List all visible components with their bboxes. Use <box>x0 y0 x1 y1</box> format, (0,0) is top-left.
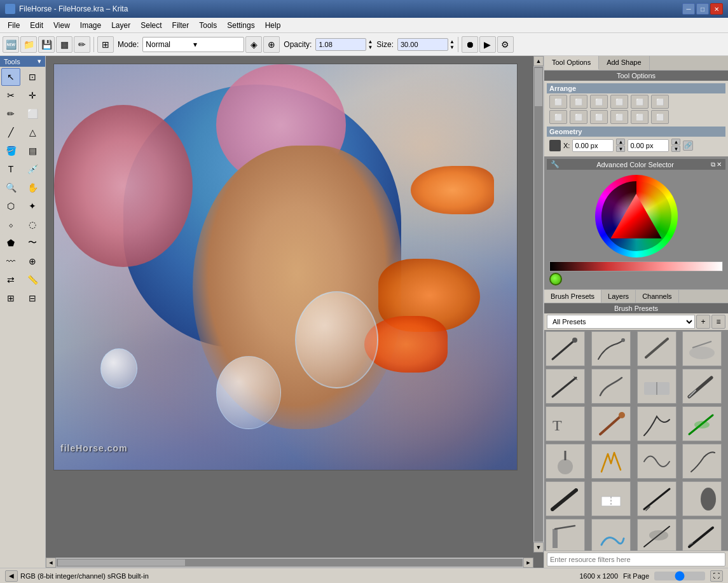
fill-tool[interactable]: 🪣 <box>1 142 20 160</box>
scroll-left-button[interactable]: ◄ <box>46 558 56 568</box>
brush-settings-button[interactable]: ⊕ <box>263 36 280 53</box>
brush-preset-19[interactable] <box>637 481 676 516</box>
tab-tool-options[interactable]: Tool Options <box>544 56 599 70</box>
arrange-extra-1[interactable]: ⬜ <box>631 110 649 124</box>
brush-preset-17[interactable] <box>546 481 585 516</box>
maximize-button[interactable]: □ <box>696 3 709 15</box>
record-button[interactable]: ⏺ <box>462 36 478 53</box>
align-bottom[interactable]: ⬜ <box>651 95 669 109</box>
align-left[interactable]: ⬜ <box>549 95 567 109</box>
menu-layer[interactable]: Layer <box>106 20 135 31</box>
color-triangle[interactable] <box>611 194 662 238</box>
menu-file[interactable]: File <box>3 20 25 31</box>
mirror-tool[interactable]: ⇄ <box>1 271 20 289</box>
size-input[interactable] <box>397 38 448 51</box>
distribute-v[interactable]: ⬜ <box>590 110 608 124</box>
brush-pattern-button[interactable]: ▦ <box>56 36 72 53</box>
tab-layers[interactable]: Layers <box>601 290 636 303</box>
brush-tool-button[interactable]: ✏ <box>74 36 90 53</box>
brush-preset-4[interactable] <box>682 331 722 366</box>
settings-button[interactable]: ⚙ <box>497 36 514 53</box>
arrange-extra-2[interactable]: ⬜ <box>651 110 669 124</box>
brush-preset-18[interactable] <box>591 481 631 516</box>
y-input[interactable] <box>628 139 669 152</box>
opacity-option-button[interactable]: ◈ <box>245 36 262 53</box>
brush-preset-1[interactable] <box>546 331 585 366</box>
green-color-indicator[interactable] <box>549 273 562 285</box>
color-select-tool[interactable]: ⬦ <box>1 216 20 233</box>
resource-filter-input[interactable] <box>547 552 725 566</box>
zoom-slider[interactable] <box>654 572 705 580</box>
eyedropper-tool[interactable]: 💉 <box>23 160 42 178</box>
guide-tool[interactable]: ⊟ <box>23 289 42 307</box>
opacity-input[interactable] <box>315 38 366 51</box>
brush-preset-20[interactable] <box>682 481 722 516</box>
menu-image[interactable]: Image <box>75 20 106 31</box>
shape-tool[interactable]: △ <box>23 123 42 141</box>
color-selector-close-button[interactable]: ✕ <box>717 161 722 168</box>
x-down-button[interactable]: ▼ <box>616 146 625 152</box>
brush-preset-15[interactable] <box>637 444 676 479</box>
preset-dropdown[interactable]: All Presets <box>547 315 695 329</box>
hscroll-thumb[interactable] <box>58 559 185 566</box>
scroll-up-button[interactable]: ▲ <box>533 56 544 66</box>
canvas-area[interactable]: fileHorse.com ▲ ▼ ◄ ► <box>46 56 544 568</box>
brush-preset-5[interactable] <box>546 369 585 404</box>
status-left-btn[interactable]: ◀ <box>5 570 18 582</box>
crop-tool[interactable]: ✂ <box>1 86 20 104</box>
hscroll-track[interactable] <box>57 559 523 566</box>
brush-preset-7[interactable] <box>637 369 676 404</box>
brush-preset-10[interactable] <box>591 406 631 441</box>
magnetic-tool[interactable]: ⊕ <box>23 252 42 270</box>
transform-tool[interactable]: ⊡ <box>23 68 42 86</box>
align-center-h[interactable]: ⬜ <box>570 95 587 109</box>
grid-tool[interactable]: ⊞ <box>1 289 20 307</box>
brush-preset-6[interactable] <box>591 369 631 404</box>
menu-view[interactable]: View <box>48 20 75 31</box>
grid-button[interactable]: ⊞ <box>97 36 114 53</box>
menu-select[interactable]: Select <box>135 20 167 31</box>
move-tool[interactable]: ✛ <box>23 86 42 104</box>
brush-preset-22[interactable] <box>591 519 631 551</box>
align-center-v[interactable]: ⬜ <box>631 95 649 109</box>
text-tool[interactable]: T <box>1 160 20 178</box>
brush-preset-16[interactable] <box>682 444 722 479</box>
select-tool[interactable]: ↖ <box>1 68 20 86</box>
brush-preset-12[interactable] <box>682 406 722 441</box>
path-tool[interactable]: ⬡ <box>1 197 20 215</box>
y-up-button[interactable]: ▲ <box>671 139 680 145</box>
brush-preset-14[interactable] <box>591 444 631 479</box>
color-wrench-icon[interactable]: 🔧 <box>551 160 560 168</box>
scroll-down-button[interactable]: ▼ <box>533 542 544 552</box>
lasso-tool[interactable]: ◌ <box>23 216 42 233</box>
align-top[interactable]: ⬜ <box>610 95 628 109</box>
vertical-scrollbar[interactable]: ▲ ▼ <box>533 56 544 552</box>
gradient-tool[interactable]: ▤ <box>23 142 42 160</box>
save-button[interactable]: 💾 <box>38 36 55 53</box>
color-wheel[interactable] <box>595 175 678 257</box>
canvas-image[interactable]: fileHorse.com <box>53 64 518 470</box>
menu-filter[interactable]: Filter <box>167 20 195 31</box>
brush-preset-8[interactable] <box>682 369 722 404</box>
align-right[interactable]: ⬜ <box>590 95 608 109</box>
y-down-button[interactable]: ▼ <box>671 146 680 152</box>
polygon-tool[interactable]: ⬟ <box>1 234 20 252</box>
freeform-tool[interactable]: 〰 <box>1 252 20 270</box>
brush-preset-21[interactable] <box>546 519 585 551</box>
scroll-track[interactable] <box>534 67 543 542</box>
x-up-button[interactable]: ▲ <box>616 139 625 145</box>
brush-preset-24[interactable] <box>682 519 722 551</box>
horizontal-scrollbar[interactable]: ◄ ► <box>46 558 533 568</box>
distribute-center-h[interactable]: ⬜ <box>570 110 587 124</box>
open-file-button[interactable]: 📁 <box>20 36 37 53</box>
tools-collapse-icon[interactable]: ▾ <box>38 57 41 65</box>
tab-add-shape[interactable]: Add Shape <box>599 56 649 70</box>
menu-tools[interactable]: Tools <box>194 20 222 31</box>
menu-settings[interactable]: Settings <box>222 20 259 31</box>
mode-dropdown[interactable]: Normal ▾ <box>142 37 244 52</box>
line-tool[interactable]: ╱ <box>1 123 20 141</box>
scroll-thumb[interactable] <box>535 68 542 106</box>
x-input[interactable] <box>572 139 614 152</box>
smart-patch-tool[interactable]: ✦ <box>23 197 42 215</box>
freehand-brush[interactable]: ✏ <box>1 105 20 123</box>
